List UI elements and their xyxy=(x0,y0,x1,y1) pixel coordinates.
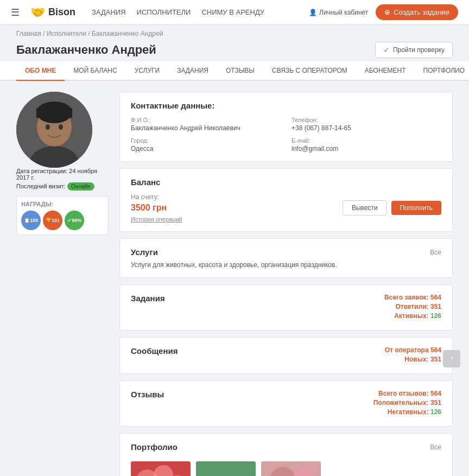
reviews-stats: Всего отзывов: 564 Положительных: 351 Не… xyxy=(373,390,441,417)
tasks-total: Всего заявок: 564 xyxy=(384,294,441,301)
breadcrumb-executors[interactable]: Исполнители xyxy=(47,30,86,37)
nav-tasks[interactable]: ЗАДАНИЯ xyxy=(92,8,126,16)
portfolio-item-1[interactable]: День рождения xyxy=(131,461,191,476)
messages-stats: От оператора 564 Новых: 351 xyxy=(385,346,441,365)
portfolio-header: Портфолио Все xyxy=(131,442,441,452)
tab-reviews[interactable]: ОТЗЫВЫ xyxy=(217,61,263,81)
svg-point-6 xyxy=(59,124,63,130)
tasks-stats: Всего заявок: 564 Ответили: 351 Активных… xyxy=(384,294,441,321)
portfolio-title: Портфолио xyxy=(131,442,178,452)
replenish-button[interactable]: Пополнить xyxy=(391,201,441,215)
balance-actions: Вывести Пополнить xyxy=(343,200,441,215)
contacts-grid: Ф.И.О.: Баклажанченко Андрей Николаевич … xyxy=(131,117,441,153)
tasks-stats-row: Задания Всего заявок: 564 Ответили: 351 … xyxy=(131,294,441,321)
services-header: Услуги Все xyxy=(131,247,441,257)
portfolio-all-link[interactable]: Все xyxy=(430,443,441,451)
messages-title: Сообщения xyxy=(131,346,178,356)
awards-label: НАГРАДЫ: xyxy=(21,201,104,207)
messages-section: Сообщения От оператора 564 Новых: 351 xyxy=(119,337,453,374)
header-right: 👤 Личный кабинет ⊕ Создать задание xyxy=(309,4,458,20)
main-content: Дата регистрации: 24 ноября 2017 г. Посл… xyxy=(0,81,469,476)
awards-icons: 📋100 🏆101 ✓98% xyxy=(21,211,104,230)
messages-operator: От оператора 564 xyxy=(385,346,441,354)
reviews-title: Отзывы xyxy=(131,390,164,399)
check-icon: ✓ xyxy=(383,46,390,54)
tab-portfolio[interactable]: ПОРТФОЛИО xyxy=(415,61,469,81)
verify-button[interactable]: ✓ Пройти проверку xyxy=(375,42,453,58)
reviews-section: Отзывы Всего отзывов: 564 Положительных:… xyxy=(119,380,453,427)
breadcrumb: Главная / Исполнители / Баклажанченко Ан… xyxy=(16,30,163,37)
plus-icon: ⊕ xyxy=(384,8,390,16)
breadcrumb-bar: Главная / Исполнители / Баклажанченко Ан… xyxy=(0,25,469,40)
portfolio-item-2[interactable]: Выгул собаки xyxy=(196,461,256,476)
portfolio-item-3[interactable]: Спа салон xyxy=(261,461,321,476)
breadcrumb-current: Баклажанченко Андрей xyxy=(92,30,163,37)
logo-text: Bison xyxy=(48,7,75,18)
award-badge-1: 📋100 xyxy=(21,211,41,230)
services-section: Услуги Все Услуги для животных, красота … xyxy=(119,238,453,278)
tab-balance[interactable]: МОЙ БАЛАНС xyxy=(65,61,125,81)
nav-executors[interactable]: ИСПОЛНИТЕЛИ xyxy=(137,8,191,16)
email-field: E-mail: info@gmail.com xyxy=(291,137,441,153)
create-task-button[interactable]: ⊕ Создать задание xyxy=(376,4,458,20)
reviews-stats-row: Отзывы Всего отзывов: 564 Положительных:… xyxy=(131,390,441,417)
tasks-active: Активных: 126 xyxy=(384,312,441,320)
tasks-section: Задания Всего заявок: 564 Ответили: 351 … xyxy=(119,284,453,331)
city-field: Город: Одесса xyxy=(131,137,281,153)
tabs-bar: ОБО МНЕ МОЙ БАЛАНС УСЛУГИ ЗАДАНИЯ ОТЗЫВЫ… xyxy=(0,61,469,81)
award-badge-3: ✓98% xyxy=(65,211,84,230)
left-column: Дата регистрации: 24 ноября 2017 г. Посл… xyxy=(16,92,109,476)
nav-rent[interactable]: СНИМУ В АРЕНДУ xyxy=(201,8,264,16)
tab-about[interactable]: ОБО МНЕ xyxy=(16,61,65,81)
tab-tasks[interactable]: ЗАДАНИЯ xyxy=(168,61,217,81)
avatar xyxy=(16,92,92,168)
logo-icon: 🤝 xyxy=(30,5,45,20)
svg-point-5 xyxy=(46,124,50,130)
services-all-link[interactable]: Все xyxy=(430,249,441,256)
svg-rect-12 xyxy=(196,461,256,476)
reviews-total: Всего отзывов: 564 xyxy=(373,390,441,397)
scroll-top-button[interactable]: ↑ xyxy=(443,350,460,367)
online-badge: Онлайн xyxy=(67,182,94,191)
phone-field: Телефон: +38 (067) 887-14-65 xyxy=(291,117,441,132)
breadcrumb-home[interactable]: Главная xyxy=(16,30,41,37)
balance-row: На счету: 3500 грн История операций Выве… xyxy=(131,193,441,223)
page-header: Баклажанченко Андрей ✓ Пройти проверку xyxy=(0,40,469,58)
balance-left: На счету: 3500 грн История операций xyxy=(131,193,182,223)
svg-rect-4 xyxy=(36,108,72,118)
balance-section: Баланс На счету: 3500 грн История операц… xyxy=(119,168,453,232)
services-title: Услуги xyxy=(131,247,158,257)
fio-field: Ф.И.О.: Баклажанченко Андрей Николаевич xyxy=(131,117,281,132)
award-badge-2: 🏆101 xyxy=(43,211,62,230)
menu-icon[interactable]: ☰ xyxy=(11,7,20,18)
logo[interactable]: 🤝 Bison xyxy=(30,5,75,20)
contacts-section: Контактные данные: Ф.И.О.: Баклажанченко… xyxy=(119,92,453,162)
last-visit-row: Последний визит: Онлайн xyxy=(16,182,109,191)
page-title: Баклажанченко Андрей xyxy=(16,43,156,57)
reg-date-row: Дата регистрации: 24 ноября 2017 г. xyxy=(16,168,109,181)
messages-stats-row: Сообщения От оператора 564 Новых: 351 xyxy=(131,346,441,365)
history-link[interactable]: История операций xyxy=(131,216,182,223)
awards-box: НАГРАДЫ: 📋100 🏆101 ✓98% xyxy=(16,196,109,235)
balance-amount-label: На счету: xyxy=(131,193,182,201)
service-tags: Услуги для животных, красота и здоровье,… xyxy=(131,261,441,269)
tasks-answered: Ответили: 351 xyxy=(384,303,441,310)
withdraw-button[interactable]: Вывести xyxy=(343,200,387,215)
reviews-positive: Положительных: 351 xyxy=(373,399,441,407)
contacts-title: Контактные данные: xyxy=(131,101,441,110)
header: ☰ 🤝 Bison ЗАДАНИЯ ИСПОЛНИТЕЛИ СНИМУ В АР… xyxy=(0,0,469,25)
messages-new: Новых: 351 xyxy=(385,356,441,363)
balance-amount: 3500 грн xyxy=(131,203,182,213)
user-icon: 👤 xyxy=(309,9,317,16)
portfolio-section: Портфолио Все День рождения xyxy=(119,433,453,476)
tab-subscription[interactable]: АБОНЕМЕНТ xyxy=(356,61,415,81)
tab-operator[interactable]: СВЯЗЬ С ОПЕРАТОРОМ xyxy=(263,61,356,81)
main-nav: ЗАДАНИЯ ИСПОЛНИТЕЛИ СНИМУ В АРЕНДУ xyxy=(92,8,298,16)
tasks-title: Задания xyxy=(131,294,165,303)
right-column: Контактные данные: Ф.И.О.: Баклажанченко… xyxy=(119,92,453,476)
portfolio-grid: День рождения Выгул собаки xyxy=(131,461,441,476)
tab-services[interactable]: УСЛУГИ xyxy=(126,61,169,81)
personal-cabinet-link[interactable]: 👤 Личный кабинет xyxy=(309,9,368,16)
balance-title: Баланс xyxy=(131,177,441,187)
reviews-negative: Негативных: 126 xyxy=(373,408,441,416)
